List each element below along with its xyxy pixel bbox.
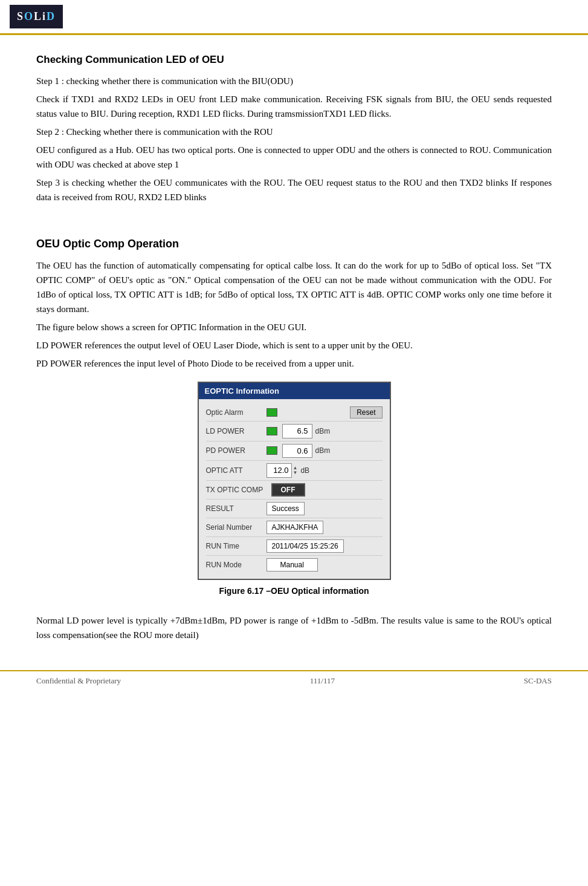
- company-logo: SOLiD: [10, 5, 63, 28]
- optic-alarm-row: Optic Alarm Reset: [206, 404, 383, 422]
- step2-label: Step 2 : Checking whether there is commu…: [36, 125, 552, 139]
- optic-alarm-label: Optic Alarm: [206, 407, 267, 418]
- section2-para4: PD POWER references the input level of P…: [36, 356, 552, 371]
- run-time-row: RUN Time 2011/04/25 15:25:26: [206, 537, 383, 556]
- section2-para3: LD POWER references the output level of …: [36, 338, 552, 353]
- ld-power-row: LD POWER 6.5 dBm: [206, 422, 383, 441]
- footer-left: Confidential & Proprietary: [36, 675, 121, 687]
- step1-label: Step 1 : checking whether there is commu…: [36, 74, 552, 88]
- pd-power-unit: dBm: [315, 445, 331, 456]
- logo-letter-s: S: [17, 10, 24, 22]
- logo-letter-o: O: [24, 10, 34, 22]
- run-mode-value: Manual: [267, 558, 318, 572]
- logo-letter-i: i: [42, 10, 47, 22]
- serial-number-value: AJKHAJKFHA: [267, 521, 324, 534]
- optic-att-control: 12.0 ▲ ▼ dB: [267, 463, 310, 478]
- step3-detail: Step 3 is checking whether the OEU commu…: [36, 175, 552, 204]
- page-footer: Confidential & Proprietary 111/117 SC-DA…: [0, 670, 588, 691]
- footer-right: SC-DAS: [524, 675, 552, 687]
- eoptic-panel-header: EOPTIC Information: [199, 383, 390, 400]
- result-label: RESULT: [206, 503, 267, 514]
- section2-para2: The figure below shows a screen for OPTI…: [36, 320, 552, 334]
- serial-number-row: Serial Number AJKHAJKFHA: [206, 518, 383, 537]
- pd-power-indicator: [267, 446, 277, 455]
- pd-power-label: PD POWER: [206, 445, 267, 456]
- section2-title: OEU Optic Comp Operation: [36, 236, 552, 252]
- eoptic-panel-wrapper: EOPTIC Information Optic Alarm Reset LD …: [36, 382, 552, 598]
- footer-center: 111/117: [310, 675, 335, 687]
- eoptic-panel-body: Optic Alarm Reset LD POWER 6.5 dBm PD PO…: [199, 399, 390, 579]
- ld-power-indicator: [267, 427, 277, 435]
- optic-att-unit: dB: [300, 465, 309, 476]
- page-header: SOLiD: [0, 0, 588, 35]
- ld-power-value: 6.5: [282, 424, 312, 438]
- pd-power-value: 0.6: [282, 444, 312, 458]
- tx-optic-comp-row: TX OPTIC COMP OFF: [206, 481, 383, 500]
- run-mode-row: RUN Mode Manual: [206, 556, 383, 574]
- result-value: Success: [267, 502, 305, 515]
- spinner-down-icon[interactable]: ▼: [293, 471, 298, 475]
- ld-power-unit: dBm: [315, 426, 331, 437]
- ld-power-label: LD POWER: [206, 426, 267, 437]
- optic-att-label: OPTIC ATT: [206, 465, 267, 476]
- optic-att-value[interactable]: 12.0: [267, 463, 292, 478]
- section2-para1: The OEU has the function of automaticall…: [36, 258, 552, 316]
- run-time-value: 2011/04/25 15:25:26: [267, 539, 344, 553]
- optic-att-row: OPTIC ATT 12.0 ▲ ▼ dB: [206, 461, 383, 481]
- run-mode-label: RUN Mode: [206, 559, 267, 570]
- optic-alarm-indicator: [267, 408, 277, 417]
- figure-caption: Figure 6.17 –OEU Optical information: [219, 585, 369, 598]
- section1-title: Checking Communication LED of OEU: [36, 52, 552, 68]
- result-row: RESULT Success: [206, 500, 383, 518]
- eoptic-panel: EOPTIC Information Optic Alarm Reset LD …: [198, 382, 391, 580]
- optic-att-spinner[interactable]: ▲ ▼: [293, 466, 298, 475]
- logo-letter-d: D: [47, 10, 56, 22]
- logo-letter-l: L: [34, 10, 42, 22]
- run-time-label: RUN Time: [206, 541, 267, 552]
- tx-optic-comp-button[interactable]: OFF: [271, 483, 305, 497]
- step2-detail: OEU configured as a Hub. OEU has two opt…: [36, 143, 552, 172]
- step1-detail: Check if TXD1 and RXD2 LEDs in OEU front…: [36, 92, 552, 121]
- tx-optic-comp-label: TX OPTIC COMP: [206, 484, 267, 495]
- pd-power-row: PD POWER 0.6 dBm: [206, 441, 383, 461]
- reset-button[interactable]: Reset: [350, 406, 382, 419]
- section2-para5: Normal LD power level is typically +7dBm…: [36, 613, 552, 642]
- page-content: Checking Communication LED of OEU Step 1…: [0, 35, 588, 658]
- serial-number-label: Serial Number: [206, 522, 267, 533]
